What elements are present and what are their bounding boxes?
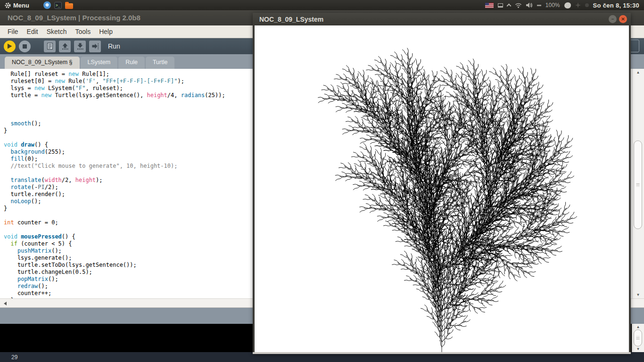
- code-line: void mousePressed() {: [4, 233, 225, 240]
- scroll-left-icon[interactable]: [4, 302, 7, 305]
- toolbar-status-text: Run: [108, 42, 120, 50]
- code-line: turtle = new Turtle(lsys.getSentence(), …: [4, 92, 225, 99]
- code-line: [4, 134, 225, 141]
- menu-file[interactable]: File: [8, 28, 18, 35]
- sketch-titlebar[interactable]: NOC_8_09_LSystem – ✕: [253, 13, 631, 25]
- code-text: Rule[] ruleset = new Rule[1]; ruleset[0]…: [4, 71, 225, 298]
- code-line: void draw() {: [4, 141, 225, 148]
- tab-noc-8-09-lsystem-[interactable]: NOC_8_09_LSystem §: [5, 57, 80, 69]
- menu-edit[interactable]: Edit: [27, 28, 38, 35]
- code-line: rotate(-PI/2);: [4, 184, 225, 191]
- volume-percent: 100%: [545, 2, 560, 8]
- ide-window-title: NOC_8_09_LSystem | Processing 2.0b8: [8, 14, 140, 22]
- stop-button[interactable]: [19, 41, 31, 52]
- play-icon: [7, 43, 12, 49]
- code-line: background(255);: [4, 148, 225, 156]
- arrow-right-icon: [92, 43, 99, 49]
- code-line: turtle.changeLen(0.5);: [4, 269, 225, 276]
- minimize-button[interactable]: –: [609, 15, 617, 23]
- arrow-down-icon: [77, 43, 83, 49]
- console-scroll-up-icon[interactable]: ▲: [632, 325, 644, 329]
- code-line: [4, 99, 225, 106]
- code-line: popMatrix();: [4, 276, 225, 283]
- tab-rule[interactable]: Rule: [118, 57, 145, 69]
- code-line: redraw();: [4, 283, 225, 290]
- code-line: lsys = new LSystem("F", ruleset);: [4, 85, 225, 92]
- status-dot-icon[interactable]: [585, 3, 589, 7]
- code-line: turtle.render();: [4, 191, 225, 198]
- tray-star-icon[interactable]: [575, 2, 581, 8]
- terminal-launcher-icon[interactable]: >_: [54, 2, 62, 9]
- code-line: turtle.setToDo(lsys.getSentence());: [4, 262, 225, 269]
- close-icon[interactable]: ✕: [619, 15, 627, 23]
- code-line: noLoop();: [4, 198, 225, 205]
- code-line: fill(0);: [4, 156, 225, 163]
- brightness-dash-icon[interactable]: [537, 5, 541, 6]
- code-line: [4, 106, 225, 113]
- code-line: counter++;: [4, 290, 225, 297]
- console-scrollbar-grip: [636, 337, 640, 340]
- menu-sketch[interactable]: Sketch: [47, 28, 67, 35]
- chevron-up-icon[interactable]: [506, 4, 511, 8]
- console-scroll-down-icon[interactable]: ▼: [632, 347, 644, 351]
- sketch-window-title: NOC_8_09_LSystem: [253, 16, 323, 23]
- console-scrollbar-thumb[interactable]: [634, 329, 642, 346]
- scrollbar-grip: [636, 183, 640, 187]
- scroll-down-icon[interactable]: ▼: [632, 293, 644, 297]
- gear-icon: [5, 2, 11, 8]
- wifi-icon[interactable]: [515, 3, 522, 8]
- evernote-icon[interactable]: [564, 2, 571, 8]
- tab-lsystem[interactable]: LSystem: [81, 57, 118, 69]
- sketch-canvas-area[interactable]: [255, 25, 629, 352]
- code-line: int counter = 0;: [4, 219, 225, 226]
- menu-help[interactable]: Help: [99, 28, 113, 35]
- editor-scrollbar-thumb[interactable]: [634, 140, 642, 229]
- code-line: pushMatrix();: [4, 247, 225, 255]
- arrow-up-icon: [62, 43, 68, 49]
- code-line: [4, 113, 225, 120]
- window-list-icon[interactable]: [498, 3, 503, 8]
- code-line: [4, 226, 225, 233]
- console-scrollbar[interactable]: ▲ ▼: [632, 324, 644, 352]
- code-line: //text("Click mouse to generate", 10, he…: [4, 163, 225, 170]
- export-sketch-button[interactable]: [89, 41, 101, 52]
- code-line: [4, 170, 225, 177]
- code-line: }: [4, 205, 225, 212]
- code-line: smooth();: [4, 120, 225, 127]
- code-line: }: [4, 127, 225, 134]
- code-line: [4, 212, 225, 219]
- open-sketch-button[interactable]: [59, 41, 71, 52]
- volume-icon[interactable]: [526, 2, 533, 8]
- save-sketch-button[interactable]: [74, 41, 86, 52]
- code-line: ruleset[0] = new Rule('F', "FF+[+F-F-F]-…: [4, 78, 225, 85]
- clock[interactable]: So čen 8, 15:30: [593, 2, 639, 9]
- us-flag-icon[interactable]: [485, 3, 494, 8]
- new-sketch-button[interactable]: [44, 41, 56, 52]
- code-line: translate(width/2, height);: [4, 177, 225, 184]
- code-line: lsys.generate();: [4, 255, 225, 262]
- editor-scrollbar[interactable]: ▲ ▼: [632, 69, 644, 298]
- tab-turtle[interactable]: Turtle: [146, 57, 175, 69]
- run-button[interactable]: [4, 41, 16, 52]
- menu-label: Menu: [13, 2, 29, 9]
- file-manager-launcher-icon[interactable]: [65, 3, 73, 9]
- menu-tools[interactable]: Tools: [75, 28, 91, 35]
- desktop-panel: Menu >_ 100% So čen: [0, 0, 644, 10]
- sketch-output-window: NOC_8_09_LSystem – ✕: [253, 13, 631, 354]
- code-line: if (counter < 5) {: [4, 240, 225, 247]
- stop-icon: [23, 44, 27, 49]
- new-document-icon: [47, 43, 53, 49]
- lsystem-tree-canvas[interactable]: [255, 25, 629, 352]
- code-line: Rule[] ruleset = new Rule[1];: [4, 71, 225, 78]
- applications-menu-button[interactable]: Menu: [4, 1, 32, 9]
- scroll-up-icon[interactable]: ▲: [632, 70, 644, 74]
- status-line-number: 29: [11, 354, 17, 361]
- browser-launcher-icon[interactable]: [43, 1, 51, 9]
